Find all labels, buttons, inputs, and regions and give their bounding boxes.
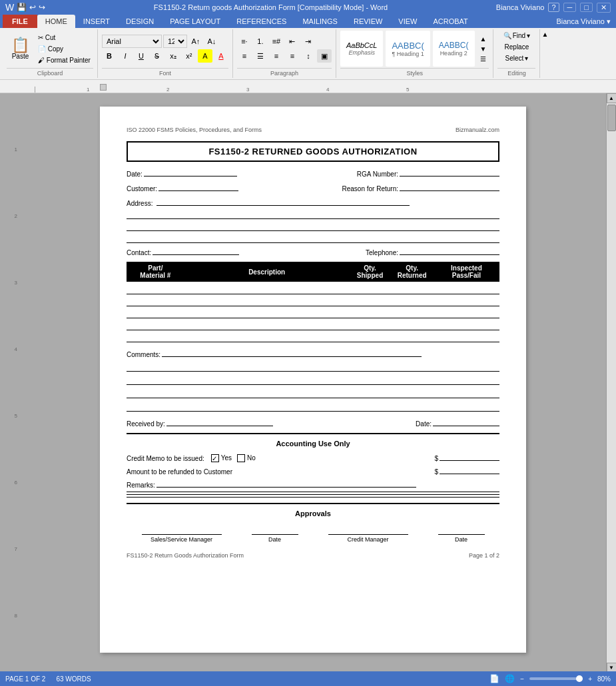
cell-qty-2[interactable] [350, 294, 391, 306]
bullets-button[interactable]: ≡· [237, 35, 252, 48]
cell-desc-4[interactable] [184, 318, 350, 330]
tab-references[interactable]: REFERENCES [228, 15, 294, 28]
cell-qty-4[interactable] [350, 318, 391, 330]
remarks-line-2[interactable] [127, 492, 499, 492]
sales-manager-signature[interactable] [142, 525, 222, 535]
decrease-font-button[interactable]: A↓ [204, 35, 219, 48]
quick-access-undo[interactable]: ↩ [29, 3, 36, 12]
date-input[interactable] [144, 167, 237, 176]
minimize-button[interactable]: ─ [563, 3, 577, 12]
tab-home[interactable]: HOME [37, 15, 75, 28]
subscript-button[interactable]: x₂ [166, 49, 180, 63]
maximize-button[interactable]: □ [580, 3, 593, 12]
customer-input[interactable] [158, 182, 238, 191]
bold-button[interactable]: B [102, 49, 117, 63]
help-button[interactable]: ? [548, 3, 559, 12]
align-center-button[interactable]: ☰ [253, 49, 268, 63]
line-spacing-button[interactable]: ↕ [301, 49, 316, 63]
ribbon-collapse[interactable]: ▲ [540, 29, 549, 78]
align-right-button[interactable]: ≡ [269, 49, 284, 63]
no-checkbox[interactable] [237, 454, 245, 462]
cell-part-3[interactable] [127, 306, 184, 318]
scroll-thumb[interactable] [607, 105, 616, 131]
multilevel-button[interactable]: ≡# [269, 35, 284, 48]
find-button[interactable]: 🔍 Find ▾ [501, 31, 533, 41]
cell-desc-3[interactable] [184, 306, 350, 318]
cell-ret-4[interactable] [391, 318, 434, 330]
increase-indent-button[interactable]: ⇥ [301, 35, 316, 48]
ruler-tab[interactable] [100, 84, 107, 91]
sales-date-signature[interactable] [252, 525, 298, 535]
cut-button[interactable]: ✂ Cut [35, 33, 93, 43]
reason-input[interactable] [400, 182, 499, 191]
cell-insp-4[interactable] [434, 318, 499, 330]
address-input-2[interactable] [127, 210, 499, 219]
font-color-button[interactable]: A [214, 49, 228, 63]
tab-design[interactable]: DESIGN [118, 15, 162, 28]
cell-desc-1[interactable] [184, 282, 350, 294]
cell-part-2[interactable] [127, 294, 184, 306]
cell-ret-3[interactable] [391, 306, 434, 318]
tab-acrobat[interactable]: ACROBAT [425, 15, 475, 28]
refund-amount-input[interactable] [440, 465, 499, 474]
cell-part-4[interactable] [127, 318, 184, 330]
styles-scroll-down[interactable]: ▼ [477, 44, 489, 54]
cell-insp-5[interactable] [434, 330, 499, 342]
styles-expand[interactable]: ☰ [477, 54, 489, 64]
address-input-1[interactable] [156, 196, 410, 206]
tab-review[interactable]: REVIEW [346, 15, 390, 28]
strikethrough-button[interactable]: S̶ [150, 49, 164, 63]
cell-qty-5[interactable] [350, 330, 391, 342]
tab-view[interactable]: VIEW [390, 15, 425, 28]
styles-scroll-up[interactable]: ▲ [477, 34, 489, 44]
cell-insp-3[interactable] [434, 306, 499, 318]
quick-access-save[interactable]: 💾 [17, 3, 27, 12]
received-by-input[interactable] [166, 417, 273, 426]
cell-ret-1[interactable] [391, 282, 434, 294]
remarks-input[interactable] [156, 478, 416, 488]
file-tab[interactable]: FILE [3, 15, 37, 28]
credit-date-signature[interactable] [438, 525, 485, 535]
align-left-button[interactable]: ≡ [237, 49, 252, 63]
cell-insp-2[interactable] [434, 294, 499, 306]
copy-button[interactable]: 📄 Copy [35, 44, 93, 54]
close-button[interactable]: ✕ [597, 3, 611, 13]
decrease-indent-button[interactable]: ⇤ [285, 35, 300, 48]
scroll-up-button[interactable]: ▲ [607, 93, 617, 103]
cell-qty-1[interactable] [350, 282, 391, 294]
cell-insp-1[interactable] [434, 282, 499, 294]
tab-page-layout[interactable]: PAGE LAYOUT [162, 15, 228, 28]
shading-button[interactable]: ▣ [317, 49, 332, 63]
font-name-select[interactable]: Arial [102, 35, 162, 48]
format-painter-button[interactable]: 🖌 Format Painter [35, 55, 93, 65]
comments-line-2[interactable] [127, 362, 499, 372]
tab-mailings[interactable]: MAILINGS [294, 15, 346, 28]
cell-part-5[interactable] [127, 330, 184, 342]
paste-button[interactable]: 📋 Paste [7, 31, 34, 67]
comments-input-1[interactable] [162, 348, 422, 357]
comments-line-5[interactable] [127, 402, 499, 412]
telephone-input[interactable] [400, 246, 499, 255]
superscript-button[interactable]: x² [182, 49, 196, 63]
numbering-button[interactable]: 1. [253, 35, 268, 48]
tab-insert[interactable]: INSERT [75, 15, 118, 28]
remarks-line-3[interactable] [127, 494, 499, 495]
contact-input[interactable] [153, 246, 239, 255]
quick-access-redo[interactable]: ↪ [39, 3, 45, 12]
cell-ret-5[interactable] [391, 330, 434, 342]
select-button[interactable]: Select ▾ [503, 53, 531, 63]
increase-font-button[interactable]: A↑ [188, 35, 203, 48]
italic-button[interactable]: I [118, 49, 133, 63]
style-emphasis[interactable]: AaBbCcL Emphasis [340, 31, 383, 67]
replace-button[interactable]: Replace [502, 42, 532, 52]
style-heading1[interactable]: AABBC( ¶ Heading 1 [386, 31, 430, 67]
rga-input[interactable] [400, 167, 499, 176]
underline-button[interactable]: U [134, 49, 149, 63]
comments-line-3[interactable] [127, 376, 499, 385]
comments-line-4[interactable] [127, 389, 499, 398]
cell-qty-3[interactable] [350, 306, 391, 318]
font-size-select[interactable]: 12 [163, 35, 187, 48]
address-input-3[interactable] [127, 222, 499, 231]
remarks-line-4[interactable] [127, 497, 499, 498]
credit-manager-signature[interactable] [328, 525, 408, 535]
